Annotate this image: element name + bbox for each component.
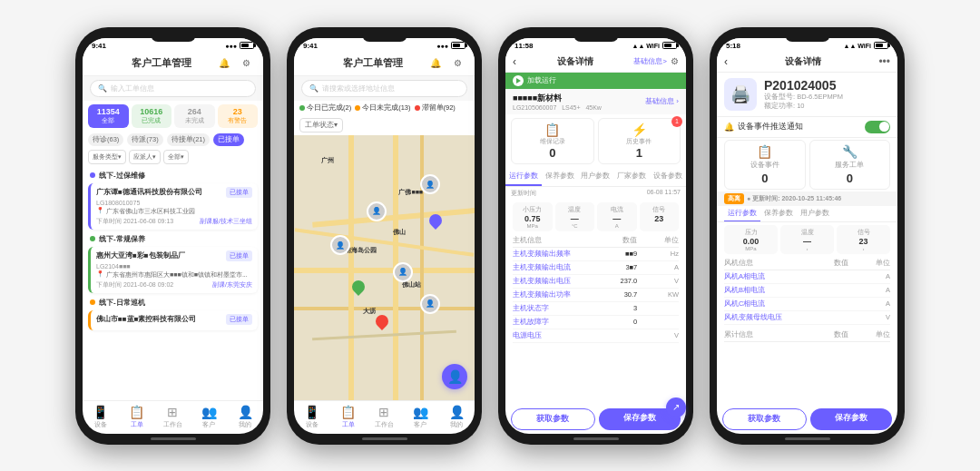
nav-profile-1[interactable]: 👤 我的: [227, 405, 263, 429]
gear-icon-3[interactable]: ⚙: [671, 56, 679, 66]
status-right-1: ●●●: [225, 42, 254, 49]
get-params-btn-4[interactable]: 获取参数: [722, 408, 807, 430]
screen-4: 5:18 ▲▲ WiFi ‹ 设备详情 ••• 🖨️ P201024005 设备…: [717, 38, 897, 434]
device-event-card-4[interactable]: 📋 设备事件 0: [724, 140, 806, 190]
status-right-2: ●●●: [436, 42, 466, 49]
stat-all[interactable]: 11354 全部: [88, 104, 129, 128]
table-row-4-1: 风机B相电流 A: [724, 284, 890, 298]
battery-icon-2: [451, 42, 466, 49]
device-model-icon-4: 🖨️: [724, 78, 757, 111]
battery-icon-4: [874, 42, 888, 49]
stat-done[interactable]: 10616 已完成: [132, 104, 172, 128]
tab-pending-accept[interactable]: 待接单(21): [167, 133, 210, 146]
tab-running-params[interactable]: 运行参数: [505, 168, 542, 186]
nav-workbench-2[interactable]: ⊞ 工作台: [367, 405, 403, 429]
tab-factory-params[interactable]: 厂家参数: [613, 168, 650, 186]
tab-user-4[interactable]: 用户参数: [797, 206, 833, 221]
tab-running-4[interactable]: 运行参数: [724, 206, 760, 221]
stat-undone-count: 264: [178, 107, 211, 116]
phone-3: 11:58 ▲▲ WiFi ‹ 设备详情 基础信息> ⚙ 加载运行: [498, 27, 693, 445]
notch-3: [573, 34, 619, 42]
settings-icon-2[interactable]: ⚙: [449, 55, 466, 72]
table-row-4-2: 风机C相电流 A: [724, 298, 890, 311]
tab-pending-assign[interactable]: 待派(73): [127, 133, 162, 146]
header-icons-2[interactable]: 🔔 ⚙: [427, 55, 466, 72]
notification-toggle-4[interactable]: [865, 121, 890, 133]
device-info-right-3[interactable]: 基础信息 ›: [645, 96, 679, 106]
stat-warning[interactable]: 23 有警告: [218, 104, 259, 128]
event-badge-3: 1: [671, 116, 682, 127]
tab-pending-diagnose[interactable]: 待诊(63): [88, 133, 123, 146]
history-event-card-3[interactable]: 1 ⚡ 历史事件 1: [598, 118, 681, 164]
running-status-3: 加载运行: [527, 75, 556, 85]
table-row-4-0: 风机A相电流 A: [724, 270, 890, 284]
device-header-3: ‹ 设备详情 基础信息> ⚙: [505, 52, 686, 73]
nav-device-1[interactable]: 📱 设备: [83, 405, 119, 429]
app-header-1: 客户工单管理 🔔 ⚙: [83, 52, 263, 76]
table-row-4-3: 风机变频母线电压 V: [724, 311, 890, 325]
tab-maintenance-4[interactable]: 保养参数: [760, 206, 797, 221]
nav-profile-2[interactable]: 👤 我的: [438, 405, 475, 429]
search-bar-1[interactable]: 🔍 输入工单信息: [83, 76, 263, 101]
signal-icon-1: ●●●: [225, 43, 237, 49]
nav-order-1[interactable]: 📋 工单: [119, 405, 155, 429]
sensor-row-3: 小压力 0.75 MPa 温度 — °C 电流 — A 信号 23: [505, 200, 686, 234]
map-pin-red-1: [373, 312, 391, 330]
notification-icon-1[interactable]: 🔔: [216, 55, 232, 72]
nav-client-label-1: 客户: [202, 420, 215, 429]
nav-order-label-1: 工单: [131, 420, 143, 429]
tab-accepted[interactable]: 已接单: [213, 133, 244, 146]
more-icon-4[interactable]: •••: [878, 55, 890, 68]
section-header-4: 高离 ● 更新时间: 2020-10-25 11:45:46: [717, 191, 897, 206]
tab-maintenance-params[interactable]: 保养参数: [542, 168, 578, 186]
back-arrow-4[interactable]: ‹: [724, 55, 728, 68]
home-indicator-4: [785, 437, 830, 440]
search-icon-1: 🔍: [98, 84, 107, 93]
nav-order-2[interactable]: 📋 工单: [330, 405, 367, 429]
map-foshan-label: 佛山: [393, 228, 406, 237]
save-params-btn-4[interactable]: 保存参数: [810, 408, 893, 430]
order-status-filter[interactable]: 工单状态▾: [299, 118, 343, 132]
notification-icon-2[interactable]: 🔔: [427, 55, 444, 72]
update-time-row-3: 更新时间06-08 11:57: [505, 187, 686, 200]
get-params-btn-3[interactable]: 获取参数: [511, 408, 595, 430]
workbench-icon-2: ⊞: [378, 405, 389, 419]
battery-icon-3: [662, 42, 677, 49]
device-id-block-4: 🖨️ P201024005 设备型号: BD-6.5EPMPM 额定功率: 10: [717, 73, 897, 117]
search-input-2[interactable]: 🔍 请搜索或选择地址信息: [301, 80, 467, 97]
back-arrow-3[interactable]: ‹: [513, 55, 516, 68]
tab-user-params[interactable]: 用户参数: [578, 168, 614, 186]
nav-client-1[interactable]: 👥 客户: [191, 405, 227, 429]
order-company-1: 广东谭■德通讯科技股份有限公司: [96, 187, 226, 197]
share-fab-3[interactable]: ↗: [666, 397, 686, 417]
table-row-3-2: 主机变频输出电压 237.0 V: [513, 275, 679, 289]
service-order-card-4[interactable]: 🔧 服务工单 0: [809, 140, 891, 190]
basic-info-btn[interactable]: 基础信息>: [633, 56, 667, 66]
search-input-1[interactable]: 🔍 输入工单信息: [90, 80, 256, 97]
nav-client-2[interactable]: 👥 客户: [402, 405, 438, 429]
action-bar-3: 获取参数 保存参数: [505, 405, 686, 434]
bottom-nav-2: 📱 设备 📋 工单 ⊞ 工作台 👥 客户 👤 我的: [294, 400, 475, 434]
settings-icon-1[interactable]: ⚙: [238, 55, 254, 72]
maintenance-card-3[interactable]: 📋 维保记录 0: [511, 118, 594, 164]
map-container-2[interactable]: 广州 佛山 佛山站 南海岛公园 大沥 广佛■■■ 👤 👤 👤 👤 👤 👤: [294, 135, 475, 400]
nav-device-2[interactable]: 📱 设备: [294, 405, 330, 429]
header-icons-1[interactable]: 🔔 ⚙: [216, 55, 254, 72]
stat-undone-label: 未完成: [178, 116, 211, 125]
param-table-3: 主机信息 数值 单位 主机变频输出频率 ■■9 Hz 主机变频输出电流 3■7 …: [505, 234, 686, 405]
table-row-3-3: 主机变频输出功率 30.7 KW: [513, 289, 679, 302]
order-card-3[interactable]: 佛山市■■蓝■素控科技有限公司 已接单: [88, 310, 258, 330]
search-bar-2[interactable]: 🔍 请搜索或选择地址信息: [294, 76, 475, 101]
sensor-temp-4: 温度 — ›: [780, 225, 834, 254]
stat-undone[interactable]: 264 未完成: [174, 104, 215, 128]
nav-workbench-1[interactable]: ⊞ 工作台: [155, 405, 191, 429]
map-fab-person[interactable]: 👤: [442, 364, 467, 389]
order-card-2[interactable]: 惠州大亚湾■彩■包装制品厂 已接单 LG2104■■■ 📍广东省惠州市惠阳区大■…: [88, 247, 258, 293]
map-avatar-2: 👤: [393, 262, 413, 282]
tab-device-params[interactable]: 设备参数: [650, 168, 686, 186]
order-card-1[interactable]: 广东谭■德通讯科技股份有限公司 已接单 LG1808010075 📍广东省佛山市…: [88, 183, 258, 230]
nav-workbench-label-2: 工作台: [375, 420, 394, 429]
nav-workbench-label-1: 工作台: [163, 420, 182, 429]
order-status-3: 已接单: [226, 314, 252, 325]
page-wrapper: 9:41 ●●● 客户工单管理 🔔 ⚙ 🔍 输入工单信息: [0, 0, 980, 471]
